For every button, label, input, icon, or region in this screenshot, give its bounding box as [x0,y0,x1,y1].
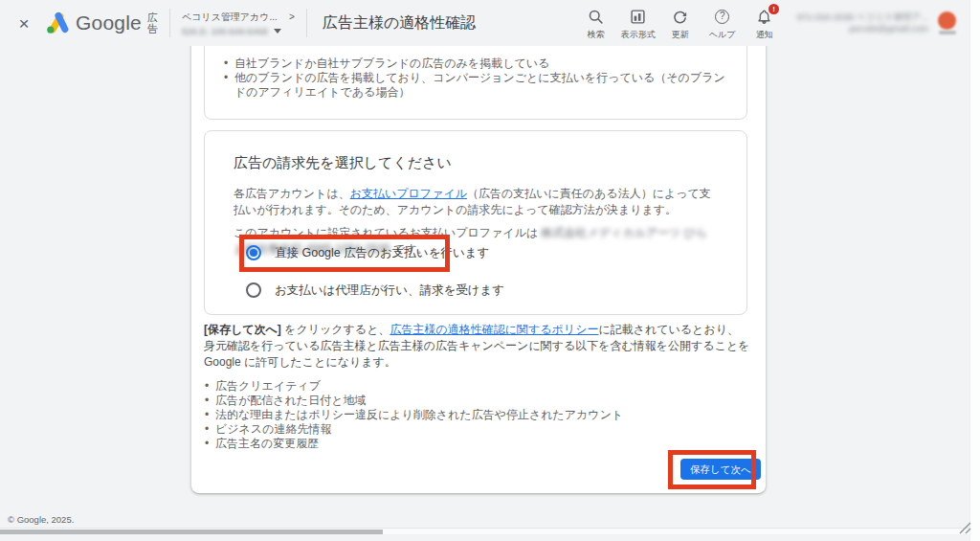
help-button[interactable]: ? ヘルプ [702,2,744,45]
list-item: 他のブランドの広告を掲載しており、コンバージョンごとに支払いを行っている（そのブ… [223,71,727,100]
save-and-continue-button[interactable]: 保存して次へ [680,459,761,480]
account-switcher[interactable]: ペコリス管理アカウ... > 526.D. 100-649-6468 [182,11,295,36]
search-button[interactable]: 検索 [575,2,617,45]
account-id-blurred: 526.D. 100-649-6468 [182,26,268,36]
eligibility-policy-link[interactable]: 広告主様の適格性確認に関するポリシー [390,323,598,336]
chevron-right-icon: > [289,11,295,22]
list-item: 広告主名の変更履歴 [204,437,623,451]
header-actions: 検索 表示形式 更新 ? ヘルプ ! 通知 [575,2,786,45]
list-item: 自社ブランドか自社サブブランドの広告のみを掲載している [223,56,727,71]
billing-selection-box: 広告の請求先を選択してください 各広告アカウントは、お支払いプロファイル（広告の… [204,130,747,315]
google-ads-logo-icon [44,11,69,35]
resize-grip-icon[interactable] [955,518,972,535]
list-item: 法的な理由またはポリシー違反により削除された広告や停止されたアカウント [204,408,623,422]
billing-heading: 広告の請求先を選択してください [234,154,718,172]
disclosed-info-list: 広告クリエイティブ 広告が配信された日付と地域 法的な理由またはポリシー違反によ… [204,379,623,451]
page-title: 広告主様の適格性確認 [323,13,476,34]
avatar-caption-blurred [939,31,956,34]
notifications-button[interactable]: ! 通知 [744,2,786,45]
avatar [938,11,956,30]
account-switcher-name: ペコリス管理アカウ... [182,11,278,24]
header-divider [306,9,307,37]
close-icon[interactable]: × [13,14,34,33]
billing-option-direct[interactable]: 直接 Google 広告のお支払いを行います [246,243,489,262]
signed-in-account-info: 971-034-2038 ペコリス管理ア... pecolis@gmail.co… [797,11,928,34]
account-email-blurred: pecolis@gmail.com [797,23,928,34]
avatar-block[interactable] [938,11,956,34]
radio-unselected-icon[interactable] [246,282,261,298]
horizontal-scrollbar[interactable] [0,528,969,534]
payments-profile-link[interactable]: お支払いプロファイル [350,187,467,200]
billing-option-agency[interactable]: お支払いは代理店が行い、請求を受けます [246,281,504,300]
copyright-text: © Google, 2025. [8,514,74,525]
help-icon: ? [715,8,729,26]
account-number-blurred: 971-034-2038 ペコリス管理ア... [797,11,928,23]
bar-chart-icon [630,8,646,26]
refresh-button[interactable]: 更新 [659,2,702,45]
scrollbar-thumb[interactable] [0,530,383,534]
verification-card: 自社ブランドか自社サブブランドの広告のみを掲載している 他のブランドの広告を掲載… [191,21,766,493]
radio-selected-icon[interactable] [246,245,261,260]
view-format-button[interactable]: 表示形式 [617,2,659,45]
top-app-bar: × Google 広 告 ペコリス管理アカウ... > 526.D. 100-6… [0,0,969,46]
list-item: 広告クリエイティブ [204,379,623,394]
notification-badge: ! [768,4,779,14]
header-divider [169,9,170,37]
refresh-icon [672,8,688,26]
bell-icon: ! [756,8,772,26]
list-item: 広告が配信された日付と地域 [204,394,623,408]
google-wordmark: Google [76,11,142,34]
billing-paragraph-1: 各広告アカウントは、お支払いプロファイル（広告の支払いに責任のある法人）によって… [234,186,718,218]
product-name-ads: 広 告 [147,11,158,34]
chevron-down-icon [274,29,281,34]
list-item: ビジネスの連絡先情報 [204,422,623,437]
search-icon [588,8,604,26]
right-window-edge [969,0,980,541]
consent-paragraph: [保存して次へ] をクリックすると、広告主様の適格性確認に関するポリシーに記載さ… [204,322,754,371]
